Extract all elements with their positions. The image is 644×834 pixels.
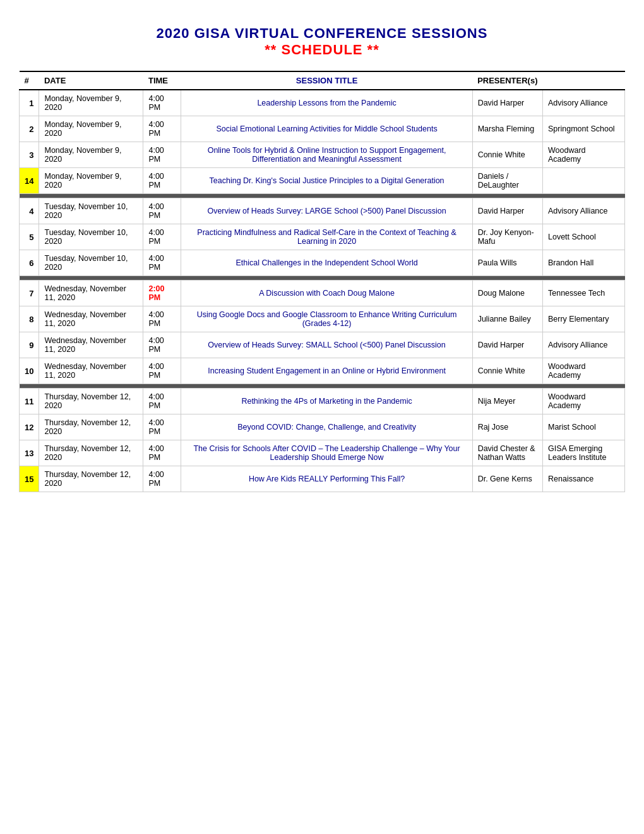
row-organization: Berry Elementary bbox=[543, 306, 625, 332]
row-presenter: David Harper bbox=[472, 332, 542, 358]
row-presenter: Julianne Bailey bbox=[472, 306, 542, 332]
table-row: 12Thursday, November 12, 20204:00 PMBeyo… bbox=[20, 414, 625, 440]
row-date: Wednesday, November 11, 2020 bbox=[39, 281, 143, 306]
row-session-title: Online Tools for Hybrid & Online Instruc… bbox=[181, 142, 472, 168]
row-time: 4:00 PM bbox=[143, 90, 181, 116]
row-number: 3 bbox=[20, 142, 39, 168]
header-time: TIME bbox=[143, 71, 181, 90]
row-session-title: Increasing Student Engagement in an Onli… bbox=[181, 358, 472, 384]
table-row: 10Wednesday, November 11, 20204:00 PMInc… bbox=[20, 358, 625, 384]
row-date: Thursday, November 12, 2020 bbox=[39, 466, 143, 492]
row-organization: Advisory Alliance bbox=[543, 90, 625, 116]
row-time: 4:00 PM bbox=[143, 142, 181, 168]
table-row: 15Thursday, November 12, 20204:00 PMHow … bbox=[20, 466, 625, 492]
row-time: 4:00 PM bbox=[143, 116, 181, 142]
row-number: 10 bbox=[20, 358, 39, 384]
row-time: 4:00 PM bbox=[143, 250, 181, 276]
table-row: 4Tuesday, November 10, 20204:00 PMOvervi… bbox=[20, 198, 625, 224]
row-presenter: Marsha Fleming bbox=[472, 116, 542, 142]
group-separator bbox=[20, 384, 625, 389]
row-presenter: Dr. Joy Kenyon-Mafu bbox=[472, 224, 542, 250]
row-organization: Woodward Academy bbox=[543, 142, 625, 168]
table-row: 5Tuesday, November 10, 20204:00 PMPracti… bbox=[20, 224, 625, 250]
row-organization: GISA Emerging Leaders Institute bbox=[543, 440, 625, 466]
table-row: 2Monday, November 9, 20204:00 PMSocial E… bbox=[20, 116, 625, 142]
row-number: 6 bbox=[20, 250, 39, 276]
row-presenter: Daniels / DeLaughter bbox=[472, 168, 542, 194]
row-session-title: A Discussion with Coach Doug Malone bbox=[181, 281, 472, 306]
row-date: Monday, November 9, 2020 bbox=[39, 142, 143, 168]
group-separator bbox=[20, 194, 625, 198]
row-session-title: Using Google Docs and Google Classroom t… bbox=[181, 306, 472, 332]
table-row: 11Thursday, November 12, 20204:00 PMReth… bbox=[20, 389, 625, 414]
row-time: 4:00 PM bbox=[143, 168, 181, 194]
row-time: 4:00 PM bbox=[143, 306, 181, 332]
table-row: 14Monday, November 9, 20204:00 PMTeachin… bbox=[20, 168, 625, 194]
row-presenter: David Harper bbox=[472, 90, 542, 116]
row-presenter: David Harper bbox=[472, 198, 542, 224]
row-date: Wednesday, November 11, 2020 bbox=[39, 358, 143, 384]
row-organization: Renaissance bbox=[543, 466, 625, 492]
row-number: 13 bbox=[20, 440, 39, 466]
row-number: 14 bbox=[20, 168, 39, 194]
row-organization: Brandon Hall bbox=[543, 250, 625, 276]
table-row: 9Wednesday, November 11, 20204:00 PMOver… bbox=[20, 332, 625, 358]
row-session-title: Overview of Heads Survey: SMALL School (… bbox=[181, 332, 472, 358]
row-organization bbox=[543, 168, 625, 194]
row-time: 4:00 PM bbox=[143, 389, 181, 414]
row-number: 12 bbox=[20, 414, 39, 440]
row-time: 4:00 PM bbox=[143, 358, 181, 384]
row-time: 4:00 PM bbox=[143, 332, 181, 358]
header-presenter: PRESENTER(s) bbox=[472, 71, 542, 90]
row-date: Monday, November 9, 2020 bbox=[39, 90, 143, 116]
schedule-table: # DATE TIME SESSION TITLE PRESENTER(s) 1… bbox=[19, 71, 625, 492]
row-number: 9 bbox=[20, 332, 39, 358]
row-date: Monday, November 9, 2020 bbox=[39, 116, 143, 142]
row-time: 4:00 PM bbox=[143, 198, 181, 224]
row-session-title: The Crisis for Schools After COVID – The… bbox=[181, 440, 472, 466]
table-header-row: # DATE TIME SESSION TITLE PRESENTER(s) bbox=[20, 71, 625, 90]
row-session-title: Social Emotional Learning Activities for… bbox=[181, 116, 472, 142]
table-row: 6Tuesday, November 10, 20204:00 PMEthica… bbox=[20, 250, 625, 276]
row-presenter: David Chester & Nathan Watts bbox=[472, 440, 542, 466]
row-session-title: Beyond COVID: Change, Challenge, and Cre… bbox=[181, 414, 472, 440]
row-number: 1 bbox=[20, 90, 39, 116]
row-organization: Woodward Academy bbox=[543, 389, 625, 414]
group-separator bbox=[20, 276, 625, 281]
row-number: 4 bbox=[20, 198, 39, 224]
header-org bbox=[543, 71, 625, 90]
table-row: 8Wednesday, November 11, 20204:00 PMUsin… bbox=[20, 306, 625, 332]
header-date: DATE bbox=[39, 71, 143, 90]
row-time: 4:00 PM bbox=[143, 466, 181, 492]
row-number: 7 bbox=[20, 281, 39, 306]
conference-title: 2020 GISA VIRTUAL CONFERENCE SESSIONS bbox=[19, 25, 625, 42]
page-header: 2020 GISA VIRTUAL CONFERENCE SESSIONS **… bbox=[19, 25, 625, 58]
row-date: Tuesday, November 10, 2020 bbox=[39, 250, 143, 276]
row-presenter: Raj Jose bbox=[472, 414, 542, 440]
row-organization: Springmont School bbox=[543, 116, 625, 142]
row-organization: Lovett School bbox=[543, 224, 625, 250]
row-date: Thursday, November 12, 2020 bbox=[39, 389, 143, 414]
row-presenter: Nija Meyer bbox=[472, 389, 542, 414]
row-date: Wednesday, November 11, 2020 bbox=[39, 332, 143, 358]
row-presenter: Paula Wills bbox=[472, 250, 542, 276]
row-number: 5 bbox=[20, 224, 39, 250]
table-row: 1Monday, November 9, 20204:00 PMLeadersh… bbox=[20, 90, 625, 116]
table-row: 13Thursday, November 12, 20204:00 PMThe … bbox=[20, 440, 625, 466]
table-row: 7Wednesday, November 11, 20202:00 PMA Di… bbox=[20, 281, 625, 306]
row-date: Wednesday, November 11, 2020 bbox=[39, 306, 143, 332]
row-presenter: Doug Malone bbox=[472, 281, 542, 306]
row-session-title: Rethinking the 4Ps of Marketing in the P… bbox=[181, 389, 472, 414]
row-date: Thursday, November 12, 2020 bbox=[39, 440, 143, 466]
row-date: Tuesday, November 10, 2020 bbox=[39, 198, 143, 224]
row-number: 15 bbox=[20, 466, 39, 492]
row-number: 11 bbox=[20, 389, 39, 414]
row-session-title: Ethical Challenges in the Independent Sc… bbox=[181, 250, 472, 276]
row-date: Thursday, November 12, 2020 bbox=[39, 414, 143, 440]
header-num: # bbox=[20, 71, 39, 90]
row-organization: Advisory Alliance bbox=[543, 198, 625, 224]
row-presenter: Connie White bbox=[472, 142, 542, 168]
row-time: 4:00 PM bbox=[143, 414, 181, 440]
row-session-title: How Are Kids REALLY Performing This Fall… bbox=[181, 466, 472, 492]
row-session-title: Teaching Dr. King's Social Justice Princ… bbox=[181, 168, 472, 194]
